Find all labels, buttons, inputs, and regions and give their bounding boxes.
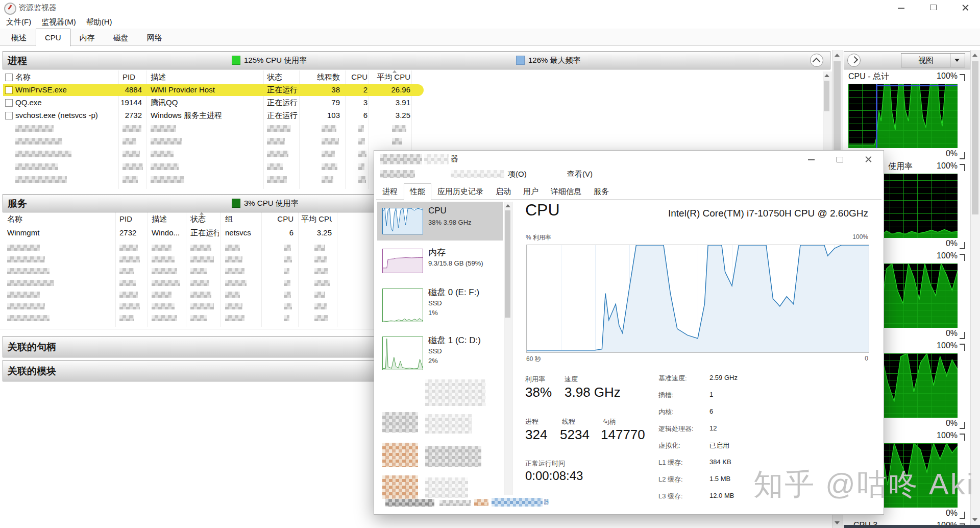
tm-panel-item-title: 磁盘 0 (E: F:) (428, 286, 479, 298)
rm-maximize-button[interactable] (926, 2, 941, 13)
processes-column-0[interactable]: 名称 (15, 73, 102, 82)
service-row-redacted[interactable] (0, 313, 378, 324)
redacted-cell (284, 280, 290, 286)
rm-menu-item-1[interactable]: 监视器(M) (36, 15, 81, 29)
tm-window-title-fragment: 器 (451, 154, 458, 164)
redacted-cell (267, 163, 283, 170)
rm-menu-item-2[interactable]: 帮助(H) (81, 15, 117, 29)
processes-header[interactable]: 进程 125% CPU 使用率 126% 最大频率 (3, 51, 830, 69)
tm-panel-item-sub: 38% 3.98 GHz (428, 219, 472, 226)
tm-tab-4[interactable]: 用户 (517, 183, 545, 200)
process-cell-status: 正在运行 (267, 98, 298, 108)
process-checkbox[interactable] (5, 112, 13, 119)
tm-stat-value-4: 147770 (601, 427, 645, 443)
process-row[interactable]: WmiPrvSE.exe4884WMI Provider Host正在运行382… (0, 84, 822, 97)
processes-column-6[interactable]: 平均 CPU (371, 73, 410, 82)
tm-tab-0[interactable]: 进程 (376, 183, 404, 200)
service-row-redacted[interactable] (0, 266, 378, 277)
process-row-redacted[interactable] (0, 135, 822, 148)
services-column-5[interactable]: CPU (271, 214, 293, 223)
tm-tab-6[interactable]: 服务 (587, 183, 615, 200)
processes-column-4[interactable]: 线程数 (302, 73, 340, 82)
redacted-cell (190, 256, 214, 262)
service-row-redacted[interactable] (0, 289, 378, 301)
redacted-cell (7, 268, 50, 274)
tm-tab-2[interactable]: 应用历史记录 (431, 183, 489, 200)
tm-tab-5[interactable]: 详细信息 (545, 183, 587, 200)
rm-menu-item-0[interactable]: 文件(F) (1, 15, 36, 29)
process-row[interactable]: svchost.exe (netsvcs -p)2732Windows 服务主进… (0, 109, 822, 122)
rm-tab-1[interactable]: CPU (36, 29, 70, 46)
processes-column-5[interactable]: CPU (343, 73, 368, 81)
service-row-redacted[interactable] (0, 301, 378, 313)
services-column-0[interactable]: 名称 (7, 214, 89, 224)
view-dropdown-button[interactable] (950, 53, 965, 67)
redacted-cell (7, 256, 45, 262)
process-cell-avg_cpu: 3.91 (371, 98, 410, 107)
service-row-redacted[interactable] (0, 254, 378, 266)
services-column-2[interactable]: 描述 (152, 214, 183, 224)
sidebar-expand-button[interactable] (847, 54, 861, 67)
processes-column-2[interactable]: 描述 (151, 73, 253, 82)
process-cell-threads: 103 (302, 111, 340, 119)
tm-panel-item-3[interactable]: 磁盘 1 (C: D:)SSD2% (377, 330, 503, 376)
sidebar-graph-min-0: 0% (896, 149, 958, 158)
redacted-cell (122, 125, 141, 132)
services-column-4[interactable]: 组 (225, 214, 259, 224)
process-checkbox[interactable] (5, 99, 13, 107)
sidebar-blue-topline (876, 85, 958, 86)
sidebar-blue-vline (876, 84, 877, 148)
redacted-cell (322, 163, 337, 170)
services-column-1[interactable]: PID (119, 214, 145, 223)
tm-menu-options[interactable]: 项(O) (508, 170, 527, 179)
tm-resource-monitor-link-fragment[interactable]: 器 (544, 498, 549, 506)
processes-column-3[interactable]: 状态 (267, 73, 298, 82)
process-cell-pid: 19144 (102, 98, 142, 107)
sidebar-bracket-top (960, 344, 965, 351)
sidebar-bracket-bottom (960, 152, 965, 159)
process-row-redacted[interactable] (0, 122, 822, 135)
rm-tab-2[interactable]: 内存 (70, 29, 104, 47)
rm-tab-3[interactable]: 磁盘 (104, 29, 138, 47)
tm-panel-item-1[interactable]: 内存9.3/15.8 GB (59%) (377, 243, 503, 279)
tm-title-redacted-2 (424, 154, 449, 164)
tm-panel-item-0[interactable]: CPU38% 3.98 GHz (377, 202, 503, 241)
rm-close-button[interactable] (959, 2, 973, 13)
tm-panel-scrollbar[interactable] (504, 202, 512, 495)
rm-tab-4[interactable]: 网络 (138, 29, 172, 47)
view-button[interactable]: 视图 (901, 53, 951, 67)
tm-panel-item-sub2: 2% (428, 357, 438, 365)
tm-stat-value-0: 38% (525, 385, 552, 400)
tm-menu-view[interactable]: 查看(V) (567, 170, 593, 179)
process-row[interactable]: QQ.exe19144腾讯QQ正在运行7933.91 (0, 97, 822, 109)
redacted-cell (322, 125, 336, 132)
tm-maximize-button[interactable] (825, 151, 854, 168)
rm-minimize-button[interactable] (894, 2, 909, 13)
redacted-cell (284, 268, 289, 274)
processes-column-1[interactable]: PID (122, 73, 153, 81)
tm-close-button[interactable] (854, 151, 883, 168)
rm-tab-0[interactable]: 概述 (2, 29, 36, 47)
redacted-cell (190, 268, 207, 274)
tm-panel-redacted (382, 475, 418, 499)
tm-tab-3[interactable]: 启动 (489, 183, 517, 200)
redacted-cell (358, 125, 364, 132)
service-row-redacted[interactable] (0, 242, 378, 254)
tm-panel-item-title: 内存 (428, 247, 446, 258)
services-column-6[interactable]: 平均 CPU (301, 214, 332, 224)
process-checkbox[interactable] (5, 86, 13, 94)
tm-tabbar: 进程性能应用历史记录启动用户详细信息服务 (376, 183, 881, 200)
service-row[interactable]: Winmgmt2732Windo...正在运行netsvcs63.25 (0, 227, 378, 240)
sidebar-graph-min-4: 0% (896, 509, 958, 518)
service-row-redacted[interactable] (0, 277, 378, 289)
processes-collapse-button[interactable] (810, 54, 823, 67)
tm-panel-item-sub: SSD (428, 347, 442, 355)
tm-minimize-button[interactable] (797, 151, 825, 168)
rm-sidebar-scrollbar[interactable] (970, 50, 980, 525)
associated-handles-title: 关联的句柄 (8, 341, 56, 354)
tm-menu-redacted-2 (451, 170, 504, 178)
tm-tab-1[interactable]: 性能 (404, 183, 431, 200)
tm-panel-item-2[interactable]: 磁盘 0 (E: F:)SSD1% (377, 282, 503, 328)
services-column-3[interactable]: 状态 (190, 214, 219, 224)
processes-select-all-checkbox[interactable] (5, 74, 13, 81)
